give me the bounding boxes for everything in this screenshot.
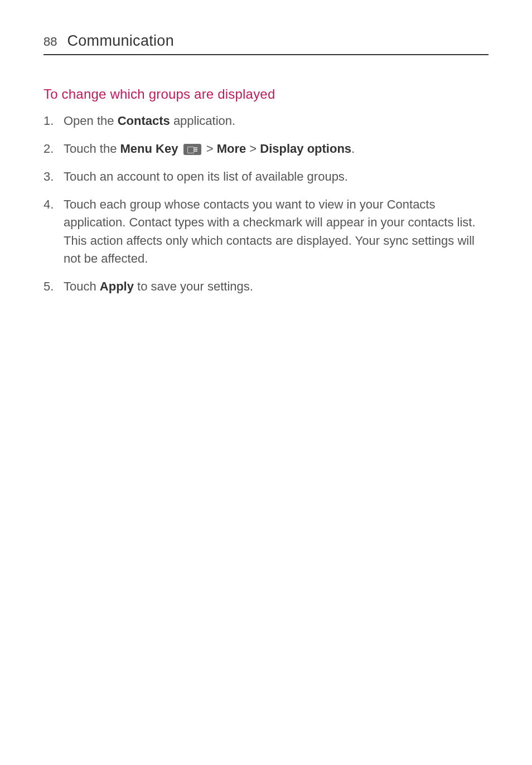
step-1: Open the Contacts application.	[43, 112, 489, 130]
step-5: Touch Apply to save your settings.	[43, 278, 489, 296]
section-title: To change which groups are displayed	[43, 86, 489, 102]
page-number: 88	[43, 35, 57, 49]
step-2: Touch the Menu Key > More > Display opti…	[43, 140, 489, 158]
step-4: Touch each group whose contacts you want…	[43, 196, 489, 268]
apply-label: Apply	[100, 279, 134, 293]
step-text: Touch each group whose contacts you want…	[64, 197, 476, 229]
step-text: Open the	[64, 114, 118, 128]
page-header: 88 Communication	[43, 32, 489, 55]
step-text: >	[203, 142, 217, 156]
step-text: Touch the	[64, 142, 120, 156]
step-text: application.	[170, 114, 235, 128]
app-name: Contacts	[118, 114, 170, 128]
step-subtext: This action affects only which contacts …	[64, 232, 489, 268]
steps-list: Open the Contacts application. Touch the…	[43, 112, 489, 296]
more-label: More	[217, 142, 246, 156]
step-text: Touch an account to open its list of ava…	[64, 170, 348, 183]
step-text: .	[351, 142, 355, 156]
menu-key-icon	[183, 144, 201, 155]
display-options-label: Display options	[260, 142, 351, 156]
step-text: >	[246, 142, 260, 156]
step-3: Touch an account to open its list of ava…	[43, 168, 489, 186]
menu-key-label: Menu Key	[120, 142, 178, 156]
step-text: to save your settings.	[134, 279, 253, 293]
step-text: Touch	[64, 279, 100, 293]
chapter-title: Communication	[67, 32, 173, 50]
